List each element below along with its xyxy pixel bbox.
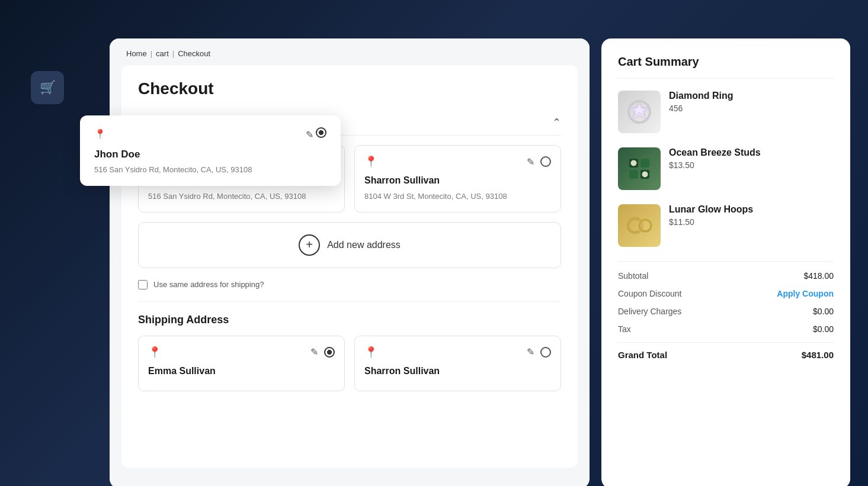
coupon-label: Coupon Discount [618,289,681,298]
shipping-edit-1[interactable]: ✎ [310,346,318,358]
main-checkout-panel: Home | cart | Checkout Checkout ⌃ 📍 ✎ [110,38,590,486]
breadcrumb-cart[interactable]: cart [156,49,169,58]
delivery-value: $0.00 [813,307,834,316]
apply-coupon-button[interactable]: Apply Coupon [777,289,834,298]
cart-item-1-name: Diamond Ring [669,91,834,101]
cart-item-3-name: Lunar Glow Hoops [669,204,834,215]
floating-address-card: 📍 ✎ Jhon Doe 516 San Ysidro Rd, Montecit… [80,115,341,186]
coupon-row: Coupon Discount Apply Coupon [618,289,834,298]
delivery-row: Delivery Charges $0.00 [618,307,834,316]
cart-item-1-info: Diamond Ring 456 [669,91,834,113]
subtotal-label: Subtotal [618,271,648,281]
shipping-card-1-icons: 📍 ✎ [148,346,335,359]
cart-item-1: Diamond Ring 456 [618,91,834,133]
shipping-location-icon-2: 📍 [364,346,377,359]
same-address-checkbox[interactable] [138,280,148,289]
chevron-up-icon[interactable]: ⌃ [552,116,561,129]
sidebar-cart-icon[interactable]: 🛒 [31,71,64,104]
radio-2[interactable] [540,156,551,167]
tax-label: Tax [618,324,631,334]
cart-item-3: Lunar Glow Hoops $11.50 [618,204,834,247]
floating-card-icons: 📍 ✎ [94,127,326,140]
breadcrumb-checkout: Checkout [178,49,210,58]
tax-row: Tax $0.00 [618,324,834,334]
same-address-row: Use same address for shipping? [138,280,561,289]
tax-value: $0.00 [813,324,834,334]
address-card-2[interactable]: 📍 ✎ Sharron Sullivan 8104 W 3rd St, Mont… [354,145,561,213]
same-address-label: Use same address for shipping? [153,280,264,289]
shipping-radio-selected[interactable] [324,347,335,358]
cart-item-2: Ocean Breeze Studs $13.50 [618,147,834,190]
svg-point-11 [637,217,654,234]
shipping-address-grid: 📍 ✎ Emma Sullivan 📍 ✎ Sharron Sulliva [138,336,561,391]
floating-card-name: Jhon Doe [94,149,326,160]
address-text-1: 516 San Ysidro Rd, Montecito, CA, US, 93… [148,191,335,202]
breadcrumb-sep1: | [150,49,152,58]
cart-item-2-image [618,147,661,190]
add-address-label: Add new address [327,240,401,250]
shipping-card-2-actions: ✎ [527,346,551,358]
cart-summary-panel: Cart Summary Diamond Ring 456 [601,38,850,486]
summary-section: Subtotal $418.00 Coupon Discount Apply C… [618,261,834,360]
section-divider [138,301,561,302]
address-card-2-icons: 📍 ✎ [364,155,551,168]
floating-card-address: 516 San Ysidro Rd, Montecito, CA, US, 93… [94,165,326,174]
cart-item-1-price: 456 [669,104,834,113]
shipping-radio-2[interactable] [540,347,551,358]
shipping-card-1[interactable]: 📍 ✎ Emma Sullivan [138,336,345,391]
shipping-section-title: Shipping Address [138,314,561,326]
floating-location-icon: 📍 [94,128,106,140]
cart-item-2-name: Ocean Breeze Studs [669,147,834,158]
add-address-card[interactable]: + Add new address [138,222,561,268]
page-title: Checkout [138,79,561,98]
cart-item-3-image [618,204,661,247]
cart-summary-title: Cart Summary [618,55,834,79]
shipping-location-icon-1: 📍 [148,346,161,359]
cart-item-2-info: Ocean Breeze Studs $13.50 [669,147,834,170]
subtotal-value: $418.00 [803,271,834,281]
address-card-2-actions: ✎ [527,156,551,168]
cart-item-2-price: $13.50 [669,160,834,170]
floating-edit-btn[interactable]: ✎ [306,129,313,140]
grand-total-row: Grand Total $481.00 [618,342,834,360]
edit-button-2[interactable]: ✎ [527,156,534,168]
grand-total-label: Grand Total [618,350,667,360]
cart-item-3-price: $11.50 [669,217,834,227]
location-icon-2: 📍 [364,155,377,168]
shipping-card-2[interactable]: 📍 ✎ Sharron Sullivan [354,336,561,391]
address-name-2: Sharron Sullivan [364,175,551,186]
svg-point-8 [642,172,648,178]
add-circle-icon: + [299,234,320,256]
breadcrumb: Home | cart | Checkout [110,38,590,65]
breadcrumb-sep2: | [172,49,174,58]
delivery-label: Delivery Charges [618,307,681,316]
shipping-edit-2[interactable]: ✎ [527,346,534,358]
svg-rect-4 [640,159,649,168]
subtotal-row: Subtotal $418.00 [618,271,834,281]
floating-card-actions: ✎ [306,127,326,140]
shipping-card-2-icons: 📍 ✎ [364,346,551,359]
svg-rect-5 [629,170,638,179]
breadcrumb-home[interactable]: Home [126,49,147,58]
cart-item-3-info: Lunar Glow Hoops $11.50 [669,204,834,227]
cart-item-1-image [618,91,661,133]
cart-icon: 🛒 [40,80,56,95]
shipping-name-2: Sharron Sullivan [364,366,551,376]
shipping-name-1: Emma Sullivan [148,366,335,376]
address-text-2: 8104 W 3rd St, Montecito, CA, US, 93108 [364,191,551,202]
floating-radio[interactable] [316,127,326,138]
svg-point-7 [631,160,637,166]
grand-total-value: $481.00 [802,350,834,360]
shipping-card-1-actions: ✎ [310,346,335,358]
